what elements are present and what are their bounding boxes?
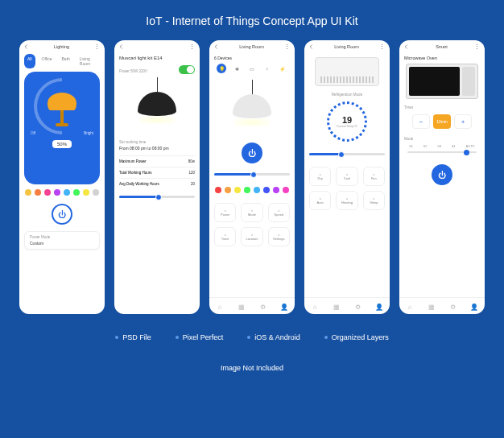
color-swatch[interactable] (83, 189, 89, 196)
back-icon[interactable] (24, 44, 29, 49)
brightness-slider[interactable] (119, 196, 195, 198)
color-swatch[interactable] (263, 187, 270, 193)
screen-room-devices: Living Room ⋮ 6 Devices 💡 ✱ ▭ ♪ ⚡ ⏻ ○Pow… (209, 40, 295, 314)
nav-home-icon[interactable]: ⌂ (308, 301, 321, 312)
timer-value: 10min (433, 114, 451, 129)
color-swatch[interactable] (273, 187, 279, 193)
menu-icon[interactable]: ⋮ (94, 44, 100, 49)
tab-all[interactable]: All (24, 54, 35, 68)
color-swatch[interactable] (234, 187, 241, 193)
tile-label: Sleep (370, 200, 378, 205)
color-swatch[interactable] (283, 187, 289, 193)
color-swatch[interactable] (73, 189, 80, 196)
brightness-dial[interactable]: Off Bright 50% (24, 72, 100, 184)
action-tile[interactable]: ○Auto (309, 191, 331, 210)
color-swatch[interactable] (54, 189, 60, 196)
mode-option[interactable]: AUTO (465, 144, 474, 148)
power-mode-card[interactable]: Power Mode Custom (24, 231, 100, 250)
menu-icon[interactable]: ⋮ (284, 44, 290, 49)
color-swatches (24, 189, 100, 196)
color-swatch[interactable] (44, 189, 51, 196)
mode-option[interactable]: 02 (423, 144, 427, 148)
stat-row: Total Working Hours120 (119, 167, 195, 178)
temperature-dial[interactable]: 19 Current Temp 21 (327, 101, 367, 142)
nav-home-icon[interactable]: ⌂ (213, 301, 226, 312)
power-button[interactable]: ⏻ (432, 164, 452, 185)
tab-bath[interactable]: Bath (59, 54, 73, 68)
mode-option[interactable]: 04 (452, 144, 455, 148)
color-swatch[interactable] (215, 187, 221, 193)
pendant-lamp-icon (232, 80, 272, 136)
bullet-icon (176, 336, 179, 339)
nav-home-icon[interactable]: ⌂ (403, 301, 416, 312)
timer-controls: − 10min + (404, 114, 480, 129)
page-title: IoT - Internet of Things Concept App UI … (146, 14, 357, 27)
back-icon[interactable] (119, 44, 124, 49)
mode-option[interactable]: 01 (410, 144, 413, 148)
brightness-value: 50% (52, 140, 72, 148)
color-swatch[interactable] (64, 189, 70, 196)
nav-settings-icon[interactable]: ⚙ (446, 301, 459, 312)
action-tile[interactable]: ○Location (241, 227, 262, 246)
action-tile[interactable]: ○Mode (241, 203, 262, 222)
action-tile[interactable]: ○Sleep (363, 191, 385, 210)
timer-increase-button[interactable]: + (454, 114, 472, 129)
device-type-fan-icon[interactable]: ✱ (232, 64, 242, 73)
power-button[interactable]: ⏻ (242, 143, 262, 163)
nav-settings-icon[interactable]: ⚙ (256, 301, 269, 312)
mode-grid: ○Dry○Cool○Fan○Auto○Heating○Sleep (309, 167, 385, 210)
nav-profile-icon[interactable]: 👤 (468, 301, 481, 312)
action-tile[interactable]: ○Heating (336, 191, 357, 210)
temperature-slider[interactable] (309, 153, 385, 155)
menu-icon[interactable]: ⋮ (474, 44, 480, 49)
nav-grid-icon[interactable]: ▦ (330, 301, 343, 312)
bullet-icon (247, 336, 250, 339)
action-tile[interactable]: ○Speed (268, 203, 290, 222)
action-tile[interactable]: ○Cool (336, 167, 357, 186)
menu-icon[interactable]: ⋮ (379, 44, 385, 49)
action-tile[interactable]: ○Power (214, 203, 236, 222)
feature-label: iOS & Android (254, 333, 300, 341)
action-tile[interactable]: ○Timer (214, 227, 236, 246)
color-swatch[interactable] (93, 189, 99, 196)
color-swatch[interactable] (225, 187, 231, 193)
microwave-icon (406, 64, 478, 99)
color-swatch[interactable] (35, 189, 41, 196)
device-type-speaker-icon[interactable]: ♪ (262, 64, 272, 73)
screen-lighting: Lighting ⋮ All Office Bath Living Room O… (19, 40, 105, 314)
image-note: Image Not Included (221, 364, 283, 372)
action-tile[interactable]: ○Dry (309, 167, 331, 186)
tab-office[interactable]: Office (39, 54, 56, 68)
action-tile[interactable]: ○Fan (363, 167, 385, 186)
mode-slider[interactable] (407, 151, 477, 153)
back-icon[interactable] (214, 44, 219, 49)
tab-living[interactable]: Living Room (76, 54, 100, 68)
nav-settings-icon[interactable]: ⚙ (351, 301, 364, 312)
nav-grid-icon[interactable]: ▦ (235, 301, 248, 312)
nav-grid-icon[interactable]: ▦ (425, 301, 438, 312)
menu-icon[interactable]: ⋮ (189, 44, 195, 49)
lamp-icon (48, 93, 76, 130)
color-swatch[interactable] (25, 189, 31, 196)
action-tile[interactable]: ○Settings (268, 227, 290, 246)
power-mode-value: Custom (30, 241, 94, 246)
power-toggle[interactable] (179, 65, 195, 74)
stat-key: Avg Daily Working Hours (119, 182, 159, 186)
stat-row: Avg Daily Working Hours20 (119, 178, 195, 189)
back-icon[interactable] (309, 44, 314, 49)
color-swatch[interactable] (244, 187, 250, 193)
brightness-slider[interactable] (214, 173, 290, 176)
back-icon[interactable] (404, 44, 409, 49)
nav-profile-icon[interactable]: 👤 (373, 301, 386, 312)
tile-label: Heating (341, 200, 353, 205)
power-button[interactable]: ⏻ (52, 204, 72, 225)
color-swatch[interactable] (254, 187, 260, 193)
device-type-plug-icon[interactable]: ⚡ (278, 64, 287, 73)
nav-profile-icon[interactable]: 👤 (278, 301, 291, 312)
timer-decrease-button[interactable]: − (412, 114, 430, 129)
bullet-icon (324, 336, 328, 339)
mode-option[interactable]: 03 (437, 144, 440, 148)
mode-label: Mode (404, 137, 480, 141)
device-type-tv-icon[interactable]: ▭ (247, 64, 257, 73)
device-type-light-icon[interactable]: 💡 (217, 64, 226, 73)
